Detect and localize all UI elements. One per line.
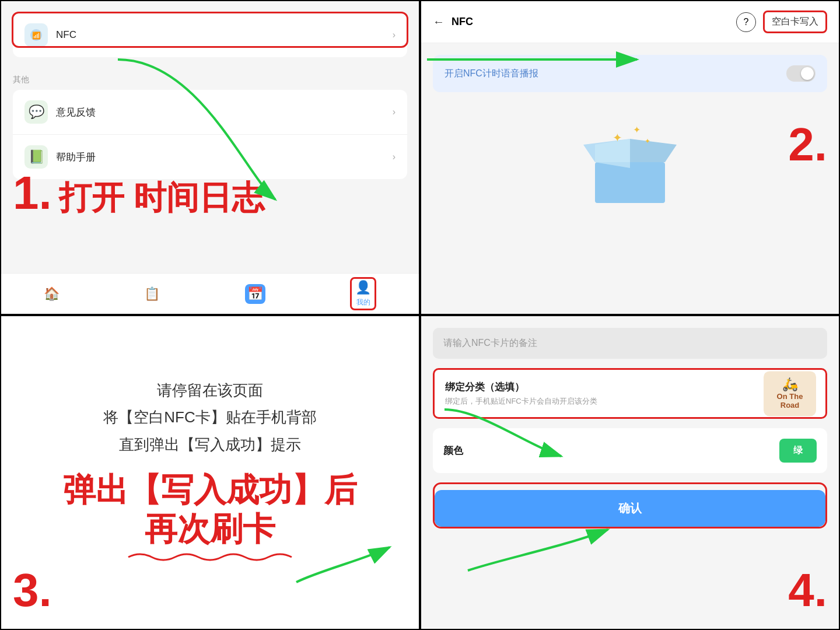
nfc-menu-item[interactable]: 📶 NFC › bbox=[13, 13, 407, 57]
category-section[interactable]: 绑定分类（选填） 绑定后，手机贴近NFC卡片会自动开启该分类 🛵 On TheR… bbox=[433, 368, 827, 419]
cell-3: 请停留在该页面 将【空白NFC卡】贴在手机背部 直到弹出【写入成功】提示 弹出【… bbox=[0, 315, 420, 630]
toggle-label: 开启NFC计时语音播报 bbox=[444, 68, 538, 80]
box-illustration: ✦ ✦ ✦ bbox=[421, 92, 839, 226]
open-box-svg: ✦ ✦ ✦ bbox=[578, 110, 682, 215]
nfc-icon: 📶 bbox=[24, 23, 48, 47]
svg-text:✦: ✦ bbox=[633, 125, 640, 135]
badge-text: On TheRoad bbox=[772, 392, 808, 410]
cell-2: ← NFC ? 空白卡写入 开启NFC计时语音播报 bbox=[420, 0, 840, 315]
step1-label: 1. 打开 时间日志 bbox=[13, 166, 264, 220]
big-instruction: 弹出【写入成功】后 再次刷卡 bbox=[63, 470, 357, 568]
color-label: 颜色 bbox=[443, 444, 463, 457]
nav-calendar[interactable]: 📅 bbox=[245, 284, 265, 304]
step3-label: 3. bbox=[13, 564, 52, 617]
big-instruction-line1: 弹出【写入成功】后 bbox=[63, 470, 357, 509]
big-instruction-line2: 再次刷卡 bbox=[63, 509, 357, 548]
bottom-nav: 🏠 📋 📅 👤 我的 bbox=[1, 273, 419, 314]
instruction-lines: 请停留在该页面 将【空白NFC卡】贴在手机背部 直到弹出【写入成功】提示 bbox=[103, 377, 316, 459]
confirm-outline: 确认 bbox=[433, 482, 827, 528]
instruction-line1: 请停留在该页面 bbox=[103, 377, 316, 404]
nfc-chevron: › bbox=[393, 30, 396, 40]
on-the-road-badge[interactable]: 🛵 On TheRoad bbox=[764, 371, 816, 416]
nav-task[interactable]: 📋 bbox=[144, 286, 160, 302]
step2-label: 2. bbox=[788, 118, 827, 172]
feedback-item[interactable]: 💬 意见反馈 › bbox=[13, 90, 407, 135]
squiggle-underline bbox=[123, 548, 298, 566]
cell-1: 📶 NFC › 其他 💬 意见反馈 › 📗 帮助手册 › bbox=[0, 0, 420, 315]
nfc-toggle-row: 开启NFC计时语音播报 bbox=[433, 55, 827, 92]
color-green-button[interactable]: 绿 bbox=[779, 439, 817, 463]
color-section: 颜色 绿 bbox=[433, 428, 827, 473]
back-arrow[interactable]: ← bbox=[433, 15, 444, 29]
nav-my-profile[interactable]: 👤 我的 bbox=[350, 277, 376, 310]
step4-label: 4. bbox=[788, 564, 827, 617]
svg-text:✦: ✦ bbox=[645, 137, 650, 145]
other-section-header: 其他 bbox=[1, 63, 419, 90]
note-placeholder: 请输入NFC卡片的备注 bbox=[443, 338, 537, 348]
feedback-icon: 💬 bbox=[24, 100, 48, 124]
svg-rect-3 bbox=[595, 162, 665, 203]
note-input-display: 请输入NFC卡片的备注 bbox=[433, 328, 827, 359]
help-button[interactable]: ? bbox=[736, 12, 756, 32]
instruction-line3: 直到弹出【写入成功】提示 bbox=[103, 431, 316, 459]
instruction-line2: 将【空白NFC卡】贴在手机背部 bbox=[103, 404, 316, 431]
nfc-header: ← NFC ? 空白卡写入 bbox=[421, 1, 839, 43]
cell-4: 请输入NFC卡片的备注 绑定分类（选填） 绑定后，手机贴近NFC卡片会自动开启该… bbox=[420, 315, 840, 630]
write-card-button[interactable]: 空白卡写入 bbox=[772, 16, 818, 28]
svg-text:📶: 📶 bbox=[32, 31, 41, 40]
nfc-page-title: NFC bbox=[452, 16, 736, 28]
toggle-knob bbox=[801, 67, 814, 80]
nfc-toggle[interactable] bbox=[786, 65, 816, 82]
category-desc: 绑定后，手机贴近NFC卡片会自动开启该分类 bbox=[445, 396, 815, 407]
category-title: 绑定分类（选填） bbox=[445, 380, 815, 394]
svg-text:✦: ✦ bbox=[612, 131, 622, 144]
menu-list: 📶 NFC › bbox=[13, 13, 407, 57]
nav-home[interactable]: 🏠 bbox=[44, 286, 60, 302]
write-card-outlined-box: 空白卡写入 bbox=[763, 10, 827, 33]
nfc-label: NFC bbox=[56, 29, 393, 41]
help-icon: 📗 bbox=[24, 145, 48, 169]
confirm-button[interactable]: 确认 bbox=[435, 490, 825, 527]
badge-icon: 🛵 bbox=[782, 377, 798, 391]
